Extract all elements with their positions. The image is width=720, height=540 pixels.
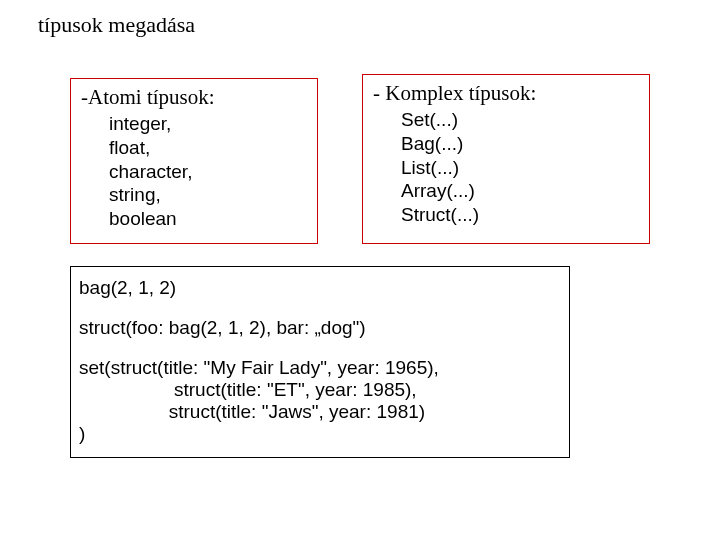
list-item: character,: [109, 160, 307, 184]
page-title: típusok megadása: [38, 12, 195, 38]
list-item: string,: [109, 183, 307, 207]
list-item: Struct(...): [401, 203, 639, 227]
example-line: bag(2, 1, 2): [79, 277, 561, 299]
example-line: set(struct(title: "My Fair Lady", year: …: [79, 357, 561, 445]
list-item: integer,: [109, 112, 307, 136]
complex-types-box: - Komplex típusok: Set(...) Bag(...) Lis…: [362, 74, 650, 244]
atomic-types-header: -Atomi típusok:: [81, 85, 307, 110]
list-item: Array(...): [401, 179, 639, 203]
list-item: List(...): [401, 156, 639, 180]
examples-box: bag(2, 1, 2) struct(foo: bag(2, 1, 2), b…: [70, 266, 570, 458]
atomic-types-list: integer, float, character, string, boole…: [81, 112, 307, 231]
example-line: struct(foo: bag(2, 1, 2), bar: „dog"): [79, 317, 561, 339]
list-item: Bag(...): [401, 132, 639, 156]
list-item: boolean: [109, 207, 307, 231]
complex-types-list: Set(...) Bag(...) List(...) Array(...) S…: [373, 108, 639, 227]
complex-types-header: - Komplex típusok:: [373, 81, 639, 106]
atomic-types-box: -Atomi típusok: integer, float, characte…: [70, 78, 318, 244]
list-item: Set(...): [401, 108, 639, 132]
list-item: float,: [109, 136, 307, 160]
